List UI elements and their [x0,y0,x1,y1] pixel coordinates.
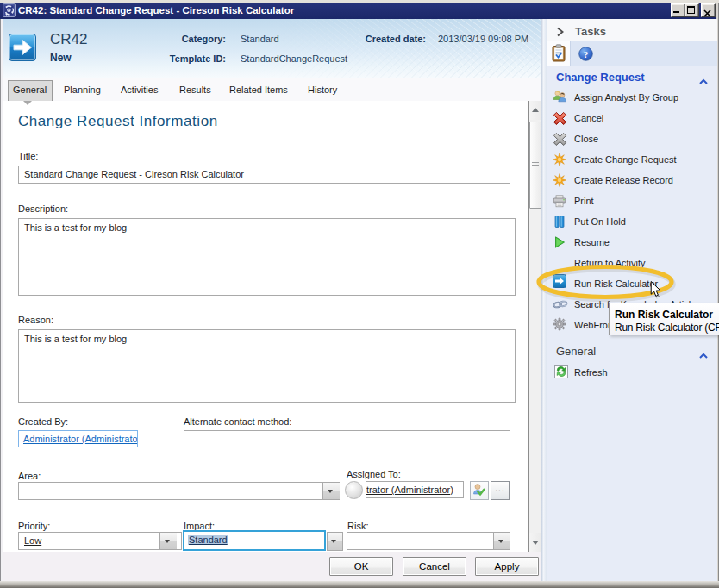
svg-text:?: ? [584,49,589,59]
